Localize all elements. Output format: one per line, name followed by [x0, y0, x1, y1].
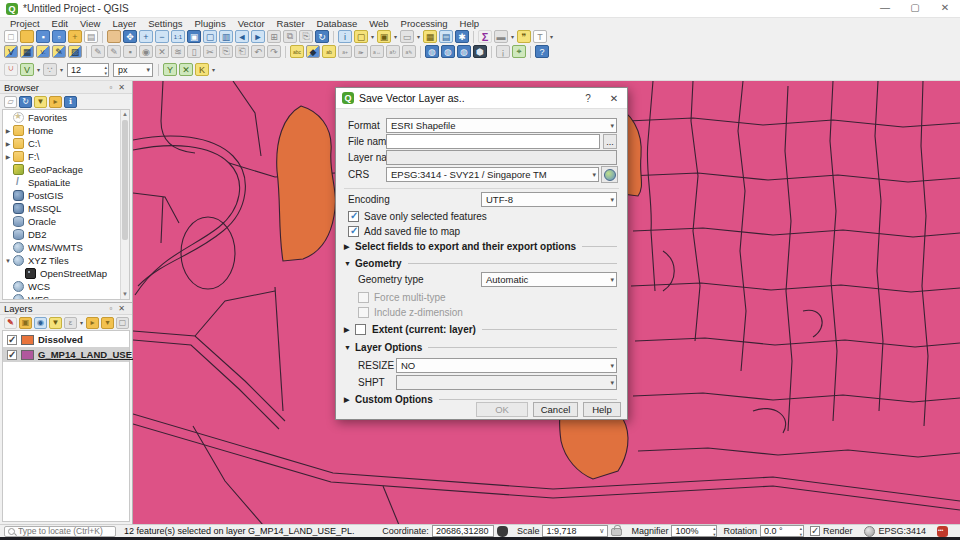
new-3d-map-view-button[interactable]	[283, 30, 297, 43]
layers-close-icon[interactable]: ✕	[115, 304, 128, 313]
layer-row-g-mp14-land-use-pl[interactable]: G_MP14_LAND_USE_PL	[3, 347, 129, 362]
new-shapefile-layer-button[interactable]	[68, 45, 82, 58]
dialog-close-button[interactable]: ✕	[601, 93, 627, 104]
browser-item-favorites[interactable]: Favorites	[3, 111, 120, 124]
web-service-button[interactable]	[441, 45, 455, 58]
save-project-button[interactable]	[36, 30, 50, 43]
browser-item-openstreetmap[interactable]: OpenStreetMap	[3, 267, 120, 280]
help-button[interactable]: Help	[583, 402, 621, 417]
zoom-native-button[interactable]	[171, 30, 185, 43]
menu-processing[interactable]: Processing	[395, 18, 454, 29]
delete-selected-button[interactable]	[187, 45, 201, 58]
expand-all-button[interactable]: ▸	[86, 317, 99, 329]
coordinate-input[interactable]: 20686,31280	[432, 525, 494, 537]
avoid-overlap-dropdown[interactable]: ▾	[210, 66, 217, 73]
collapse-all-button[interactable]: ▾	[101, 317, 114, 329]
browser-item-c-drive[interactable]: ▶C:\	[3, 137, 120, 150]
plugin-button[interactable]	[473, 45, 487, 58]
new-layout-button[interactable]	[68, 30, 82, 43]
browser-collapse-all-button[interactable]: ▸	[49, 96, 62, 108]
mouse-position-icon[interactable]	[497, 526, 508, 537]
pan-map-button[interactable]	[107, 30, 121, 43]
add-vector-layer-button[interactable]	[4, 45, 18, 58]
add-feature-button[interactable]	[139, 45, 153, 58]
topological-editing-button[interactable]	[163, 63, 177, 76]
dialog-titlebar[interactable]: Q Save Vector Layer as.. ? ✕	[336, 88, 627, 109]
filter-by-expression-button[interactable]: ε	[64, 317, 77, 329]
add-mesh-layer-button[interactable]	[36, 45, 50, 58]
locator-box[interactable]	[4, 526, 116, 537]
map-tips-button[interactable]	[517, 30, 531, 43]
zoom-in-button[interactable]	[139, 30, 153, 43]
filter-expression-dropdown[interactable]: ▾	[78, 319, 85, 326]
zoom-full-button[interactable]	[187, 30, 201, 43]
menu-project[interactable]: Project	[4, 18, 46, 29]
add-raster-layer-button[interactable]	[20, 45, 34, 58]
snapping-mode-dropdown[interactable]: ▾	[35, 66, 42, 73]
browser-filter-button[interactable]: ▼	[34, 96, 47, 108]
rotate-label-button[interactable]	[386, 45, 400, 58]
pan-to-selection-button[interactable]	[123, 30, 137, 43]
new-map-view-button[interactable]	[267, 30, 281, 43]
browse-button[interactable]: ...	[603, 134, 617, 149]
layer-options-section-header[interactable]: ▼ Layer Options	[344, 342, 617, 353]
geometry-section-header[interactable]: ▼ Geometry	[344, 258, 617, 269]
scroll-down-icon[interactable]: ▼	[121, 290, 129, 299]
messages-icon[interactable]	[937, 526, 948, 537]
menu-plugins[interactable]: Plugins	[188, 18, 231, 29]
zoom-last-button[interactable]	[235, 30, 249, 43]
layer-visibility-checkbox[interactable]	[7, 335, 17, 345]
toggle-editing-button[interactable]	[107, 45, 121, 58]
new-geopackage-layer-button[interactable]	[52, 45, 66, 58]
shpt-combobox[interactable]	[396, 375, 617, 390]
encoding-combobox[interactable]: UTF-8	[481, 192, 617, 207]
measure-button[interactable]	[494, 30, 508, 43]
save-selected-checkbox[interactable]	[348, 211, 359, 222]
browser-item-mssql[interactable]: MSSQL	[3, 202, 120, 215]
remove-layer-button[interactable]: ▢	[116, 317, 129, 329]
zoom-out-button[interactable]	[155, 30, 169, 43]
layer-labeling-button[interactable]	[290, 45, 304, 58]
field-calculator-button[interactable]	[439, 30, 453, 43]
zoom-next-button[interactable]	[251, 30, 265, 43]
extent-checkbox[interactable]	[355, 324, 366, 335]
street-view-button[interactable]	[512, 45, 526, 58]
expand-arrow-icon[interactable]: ▶	[3, 127, 13, 134]
annotation-dropdown[interactable]: ▾	[548, 33, 555, 40]
browser-item-xyz-tiles[interactable]: ▼XYZ Tiles	[3, 254, 120, 267]
menu-raster[interactable]: Raster	[271, 18, 311, 29]
menu-edit[interactable]: Edit	[46, 18, 74, 29]
copy-features-button[interactable]	[219, 45, 233, 58]
expand-arrow-icon[interactable]: ▶	[3, 140, 13, 147]
deselect-dropdown[interactable]: ▾	[415, 33, 422, 40]
menu-view[interactable]: View	[74, 18, 106, 29]
avoid-overlap-button[interactable]	[195, 63, 209, 76]
locator-input[interactable]	[18, 526, 108, 536]
move-label-button[interactable]	[370, 45, 384, 58]
menu-settings[interactable]: Settings	[142, 18, 188, 29]
browser-item-wfs[interactable]: WFS	[3, 293, 120, 300]
scroll-thumb[interactable]	[122, 120, 128, 240]
zoom-to-layer-button[interactable]	[219, 30, 233, 43]
collapse-arrow-icon[interactable]: ▼	[3, 258, 13, 264]
menu-help[interactable]: Help	[454, 18, 486, 29]
browser-item-f-drive[interactable]: ▶F:\	[3, 150, 120, 163]
open-layer-styling-button[interactable]: ✎	[4, 317, 17, 329]
crs-combobox[interactable]: EPSG:3414 - SVY21 / Singapore TM	[386, 167, 599, 182]
cut-features-button[interactable]	[203, 45, 217, 58]
browser-item-db2[interactable]: DB2	[3, 228, 120, 241]
measure-dropdown[interactable]: ▾	[509, 33, 516, 40]
processing-toolbox-button[interactable]	[455, 30, 469, 43]
maximize-button[interactable]: ▢	[900, 0, 930, 17]
change-label-button[interactable]	[402, 45, 416, 58]
browser-item-geopackage[interactable]: GeoPackage	[3, 163, 120, 176]
paste-features-button[interactable]	[235, 45, 249, 58]
snapping-tolerance-spinner[interactable]: 12 ▴▾	[67, 63, 109, 77]
manage-map-themes-button[interactable]: ◉	[34, 317, 47, 329]
format-combobox[interactable]: ESRI Shapefile	[386, 118, 617, 133]
modify-attributes-button[interactable]	[171, 45, 185, 58]
layer-row-dissolved[interactable]: Dissolved	[3, 332, 129, 347]
browser-item-postgis[interactable]: PostGIS	[3, 189, 120, 202]
snapping-intersection-button[interactable]	[179, 63, 193, 76]
dialog-help-button[interactable]: ?	[575, 93, 601, 104]
